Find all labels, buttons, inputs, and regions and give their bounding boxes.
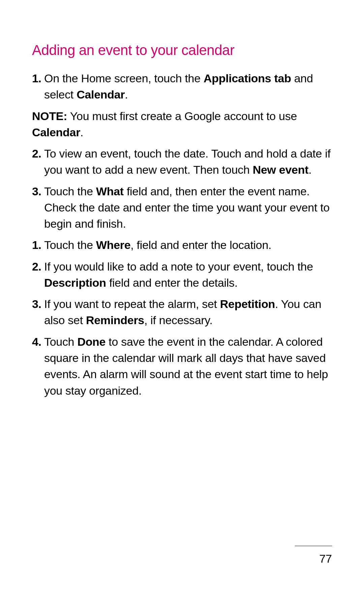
bold-text: What — [96, 185, 124, 198]
page-footer: 77 — [295, 546, 332, 565]
list-number: 2. — [32, 258, 44, 291]
list-item: 3. Touch the What field and, then enter … — [32, 183, 332, 232]
note-block: NOTE: You must first create a Google acc… — [32, 108, 332, 141]
footer-divider — [295, 546, 332, 546]
list-number: 1. — [32, 70, 44, 103]
list-item: 1. On the Home screen, touch the Applica… — [32, 70, 332, 103]
list-item: 4. Touch Done to save the event in the c… — [32, 334, 332, 399]
list-item: 2. To view an event, touch the date. Tou… — [32, 145, 332, 178]
bold-text: New event — [253, 163, 308, 176]
list-text: To view an event, touch the date. Touch … — [44, 145, 332, 178]
list-item: 2. If you would like to add a note to yo… — [32, 258, 332, 291]
list-number: 1. — [32, 237, 44, 253]
text-segment: field and enter the details. — [106, 276, 238, 289]
text-segment: You must first create a Google account t… — [67, 110, 297, 122]
text-segment: If you want to repeat the alarm, set — [44, 298, 220, 310]
list-text: If you want to repeat the alarm, set Rep… — [44, 296, 332, 329]
list-number: 3. — [32, 296, 44, 329]
text-segment: If you would like to add a note to your … — [44, 260, 313, 273]
list-item: 3. If you want to repeat the alarm, set … — [32, 296, 332, 329]
text-segment: Touch — [44, 335, 77, 348]
text-segment: Touch the — [44, 185, 96, 198]
bold-text: Done — [77, 335, 105, 348]
text-segment: . — [80, 126, 83, 139]
page-number: 77 — [295, 552, 332, 565]
text-segment: On the Home screen, touch the — [44, 72, 204, 85]
section-heading: Adding an event to your calendar — [32, 42, 332, 58]
text-segment: , if necessary. — [144, 314, 213, 327]
bold-text: Calendar — [77, 88, 125, 101]
list-text: Touch Done to save the event in the cale… — [44, 334, 332, 399]
page-content: 1. On the Home screen, touch the Applica… — [32, 70, 332, 399]
bold-text: Reminders — [86, 314, 144, 327]
text-segment: , field and enter the location. — [130, 238, 271, 251]
list-text: Touch the What field and, then enter the… — [44, 183, 332, 232]
bold-text: Applications tab — [204, 72, 291, 85]
list-text: Touch the Where, field and enter the loc… — [44, 237, 332, 253]
bold-text: Description — [44, 276, 106, 289]
bold-text: Where — [96, 238, 130, 251]
list-number: 4. — [32, 334, 44, 399]
list-number: 3. — [32, 183, 44, 232]
bold-text: Repetition — [220, 298, 275, 310]
note-label: NOTE: — [32, 110, 67, 122]
list-text: On the Home screen, touch the Applicatio… — [44, 70, 332, 103]
list-item: 1. Touch the Where, field and enter the … — [32, 237, 332, 253]
bold-text: Calendar — [32, 126, 80, 139]
text-segment: Touch the — [44, 238, 96, 251]
list-number: 2. — [32, 145, 44, 178]
list-text: If you would like to add a note to your … — [44, 258, 332, 291]
text-segment: . — [308, 163, 311, 176]
text-segment: . — [125, 88, 128, 101]
